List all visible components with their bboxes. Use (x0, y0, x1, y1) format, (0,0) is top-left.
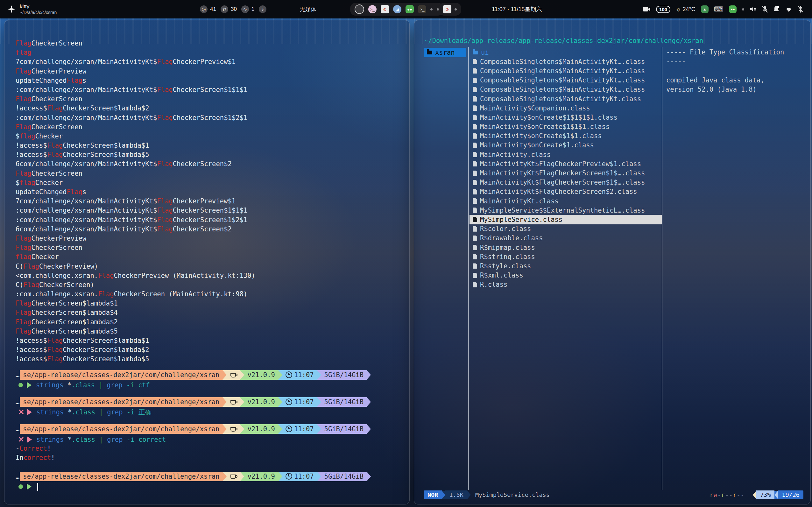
powerline-arrow (367, 397, 371, 407)
command-line[interactable]: strings *.class | grep -i ctf (16, 381, 404, 390)
file-row[interactable]: R.class (469, 280, 662, 289)
terminal-line: 7com/challenge/xsran/MainActivityKt$Flag… (16, 57, 404, 66)
wifi-icon[interactable] (785, 6, 793, 12)
terminal-line: updateChangedFlags (16, 187, 404, 197)
file-row[interactable]: MainActivityKt$FlagCheckerPreview$1.clas… (469, 159, 662, 168)
record-icon[interactable] (355, 4, 364, 14)
file-row[interactable]: MainActivityKt$FlagCheckerScreen$2.class (469, 187, 662, 196)
file-icon (473, 217, 477, 222)
prompt-path-segment: se/app-release/classes-dex2jar/com/chall… (20, 397, 223, 407)
file-row[interactable]: ComposableSingletons$MainActivityKt….cla… (469, 76, 662, 85)
scroll-percent-badge: 73% (756, 491, 774, 499)
terminal-output: FlagCheckerScreenflag7com/challenge/xsra… (16, 39, 404, 364)
file-row[interactable]: ComposableSingletons$MainActivityKt….cla… (469, 57, 662, 66)
file-row[interactable]: ui (469, 48, 662, 57)
command-line[interactable]: ×strings *.class | grep -i correct (16, 435, 404, 444)
bluetooth-off-icon[interactable] (798, 6, 803, 13)
status-filename: MySimpleService.class (475, 491, 550, 498)
dark-cat-icon[interactable]: >_ (418, 5, 426, 13)
powerline-arrow (467, 491, 471, 499)
file-row[interactable]: ComposableSingletons$MainActivityKt….cla… (469, 85, 662, 94)
file-name: R$color.class (480, 225, 531, 233)
java-icon (230, 427, 236, 432)
prompt-block: …se/app-release/classes-dex2jar/com/chal… (16, 370, 404, 390)
file-row[interactable]: R$mipmap.class (469, 243, 662, 252)
tray-dot-icon[interactable] (455, 8, 457, 10)
java-segment (227, 472, 240, 481)
cat-terminal-icon[interactable]: >_ (368, 5, 376, 13)
file-row[interactable]: MainActivity.class (469, 150, 662, 159)
command-line[interactable]: ×strings *.class | grep -i 正确 (16, 408, 404, 417)
file-icon (473, 235, 477, 241)
stat-value: 30 (231, 6, 237, 12)
prompt-path-segment: se/app-release/classes-dex2jar/com/chall… (20, 472, 223, 481)
parent-dir-item[interactable]: xsran (424, 48, 466, 57)
file-row[interactable]: MainActivity$onCreate$1.class (469, 141, 662, 150)
file-row[interactable]: R$style.class (469, 261, 662, 271)
file-icon (473, 171, 477, 176)
file-icon (473, 273, 477, 278)
file-row[interactable]: MainActivityKt$FlagCheckerScreen$1$….cla… (469, 168, 662, 178)
file-row[interactable]: MainActivity$onCreate$1$1.class (469, 131, 662, 141)
tray-dot-icon[interactable] (430, 8, 432, 10)
stat-value: 1 (251, 6, 254, 12)
wechat-icon[interactable]: ●● (406, 5, 414, 13)
status-right: rw-r--r-- 73% 19/26 (710, 491, 803, 499)
prompt-path-segment: se/app-release/classes-dex2jar/com/chall… (20, 370, 223, 380)
file-icon (473, 226, 477, 232)
powerline-arrow (317, 472, 321, 481)
mic-muted-icon[interactable] (762, 6, 768, 13)
terminal-line: FlagCheckerScreen (16, 122, 404, 132)
file-name: ComposableSingletons$MainActivityKt….cla… (480, 86, 645, 93)
file-row[interactable]: MainActivity$onCreate$1$1$1$1.class (469, 113, 662, 122)
grep-result-line: -Correct! (16, 444, 404, 453)
weather-widget[interactable]: ☼ 24°C (676, 6, 696, 13)
terminal-line: !access$FlagCheckerScreen$lambda$1 (16, 141, 404, 150)
file-row[interactable]: MainActivity$onCreate$1$1$1.class (469, 122, 662, 131)
wechat-tray-icon[interactable]: ●● (729, 5, 737, 13)
file-row[interactable]: MainActivity$Companion.class (469, 103, 662, 113)
file-row[interactable]: MySimpleService$$ExternalSyntheticL….cla… (469, 206, 662, 215)
green-cat-app-icon[interactable]: ᴥ (701, 5, 708, 13)
compass-icon[interactable]: ◢ (393, 5, 401, 13)
system-stats-group[interactable]: ◎ 41 ⇄ 30 ∿ 1 ♪ (200, 0, 267, 18)
java-segment (227, 397, 240, 407)
java-version-segment: v21.0.9 (244, 397, 278, 407)
command-line[interactable] (16, 482, 404, 491)
file-name: MainActivityKt$FlagCheckerScreen$1$….cla… (480, 169, 645, 177)
blocked-doc-icon[interactable]: ⊘ (381, 5, 389, 13)
notification-bell-icon[interactable] (773, 6, 779, 13)
battery-indicator[interactable]: 100 (656, 6, 671, 13)
media-status[interactable]: 无媒体 (300, 0, 316, 18)
file-row[interactable]: R$drawable.class (469, 234, 662, 243)
file-row[interactable]: ComposableSingletons$MainActivityKt….cla… (469, 66, 662, 75)
powerline-arrow-left (774, 491, 778, 499)
file-name: MySimpleService$$ExternalSyntheticL….cla… (480, 207, 645, 214)
memory-segment: 5GiB/14GiB (321, 370, 367, 380)
file-icon (473, 198, 477, 204)
clock-icon (286, 426, 292, 432)
file-row[interactable]: ComposableSingletons$MainActivityKt.clas… (469, 94, 662, 103)
prompt-path-bar: …se/app-release/classes-dex2jar/com/chal… (16, 370, 404, 380)
file-icon (473, 68, 477, 73)
file-row[interactable]: R$xml.class (469, 271, 662, 280)
path-ellipsis: … (16, 398, 19, 406)
active-app-title[interactable]: kitty ~/D/a/a/c/c/c/xsran (20, 3, 57, 15)
blocked-doc-icon[interactable]: ⊘ (443, 5, 451, 13)
yazi-file-manager-window[interactable]: ~/Downloads/app-release/app-release/clas… (414, 20, 811, 504)
file-row[interactable]: R$string.class (469, 252, 662, 261)
file-row[interactable]: MySimpleService.class (469, 215, 662, 224)
clock-group[interactable]: 11:07 · 11/15星期六 (492, 0, 542, 18)
speaker-muted-icon[interactable] (750, 6, 757, 12)
file-icon (473, 87, 477, 92)
sparkle-logo-icon[interactable] (8, 5, 15, 13)
keyboard-icon[interactable]: ⌨ (714, 5, 723, 13)
file-row[interactable]: MainActivityKt.class (469, 196, 662, 206)
camera-icon[interactable] (643, 6, 651, 12)
powerline-arrow (317, 397, 321, 407)
kitty-terminal-window[interactable]: FlagCheckerScreenflag7com/challenge/xsra… (4, 20, 410, 504)
prompt-arrow-icon (27, 409, 32, 415)
file-row[interactable]: MainActivityKt$FlagCheckerScreen$1$….cla… (469, 178, 662, 187)
tray-dot-icon[interactable] (742, 8, 744, 10)
file-row[interactable]: R$color.class (469, 224, 662, 234)
